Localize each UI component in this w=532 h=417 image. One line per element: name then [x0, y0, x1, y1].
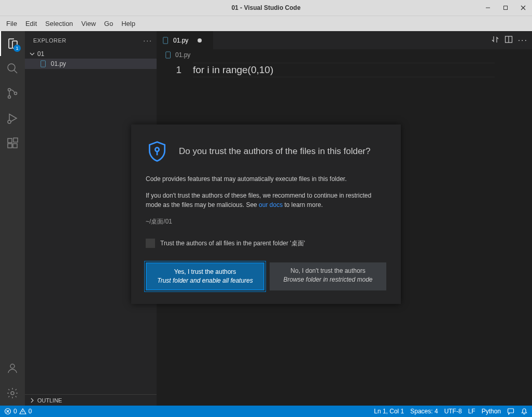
status-encoding[interactable]: UTF-8: [444, 408, 462, 415]
dialog-body: Code provides features that may automati…: [146, 174, 386, 290]
activity-extensions[interactable]: [0, 131, 25, 156]
menu-help[interactable]: Help: [117, 18, 139, 30]
svg-point-27: [155, 148, 159, 151]
dialog-p2: If you don't trust the authors of these …: [146, 191, 386, 210]
svg-rect-11: [8, 138, 12, 143]
python-file-icon: [39, 60, 48, 68]
dialog-title: Do you trust the authors of the files in…: [179, 146, 370, 157]
outline-label: OUTLINE: [37, 397, 62, 404]
checkbox-label: Trust the authors of all files in the pa…: [160, 239, 305, 248]
line-number: 1: [157, 63, 181, 77]
svg-point-8: [15, 92, 17, 95]
breadcrumb-file: 01.py: [175, 51, 190, 59]
tab-dirty-indicator: [198, 38, 202, 43]
sidebar-more-icon[interactable]: ···: [143, 36, 152, 45]
workspace-trust-dialog: Do you trust the authors of the files in…: [131, 124, 401, 304]
svg-point-7: [8, 96, 11, 99]
docs-link[interactable]: our docs: [259, 201, 283, 208]
errors-count: 0: [13, 408, 17, 415]
svg-point-6: [8, 89, 11, 91]
chevron-down-icon: [29, 51, 35, 57]
activity-account[interactable]: [0, 356, 25, 381]
menu-edit[interactable]: Edit: [21, 18, 41, 30]
sidebar-file-item[interactable]: 01.py: [25, 59, 157, 69]
svg-line-5: [14, 70, 17, 73]
dialog-checkbox-row: Trust the authors of all files in the pa…: [146, 239, 386, 248]
code-line: for i in range(0,10): [193, 63, 532, 77]
yes-main: Yes, I trust the authors: [174, 268, 236, 275]
svg-point-15: [10, 364, 15, 368]
breadcrumb[interactable]: 01.py: [157, 49, 532, 61]
sidebar-header: EXPLORER ···: [25, 31, 157, 49]
activity-search[interactable]: [0, 56, 25, 81]
compare-changes-icon[interactable]: [491, 35, 499, 46]
status-spaces[interactable]: Spaces: 4: [410, 408, 438, 415]
folder-name: 01: [37, 50, 44, 58]
trust-no-button[interactable]: No, I don't trust the authors Browse fol…: [270, 262, 386, 290]
sidebar-folder[interactable]: 01: [25, 49, 157, 59]
menu-file[interactable]: File: [2, 18, 21, 30]
svg-rect-1: [504, 6, 508, 10]
chevron-right-icon: [29, 397, 35, 404]
svg-rect-21: [166, 52, 171, 58]
status-errors[interactable]: 0 0: [4, 408, 32, 415]
shield-icon: [146, 140, 169, 163]
menu-selection[interactable]: Selection: [41, 18, 77, 30]
svg-rect-14: [13, 138, 18, 142]
trust-yes-button[interactable]: Yes, I trust the authors Trust folder an…: [146, 262, 264, 290]
python-file-icon: [165, 51, 172, 59]
svg-rect-13: [13, 144, 17, 148]
window-controls: [479, 0, 532, 16]
no-sub: Browse folder in restricted mode: [273, 275, 383, 284]
activity-settings[interactable]: [0, 381, 25, 406]
no-main: No, I don't trust the authors: [290, 267, 365, 274]
activity-bar: 1: [0, 31, 25, 406]
window-title: 01 - Visual Studio Code: [231, 4, 300, 11]
dialog-p1: Code provides features that may automati…: [146, 174, 386, 184]
svg-point-4: [8, 64, 15, 71]
menu-go[interactable]: Go: [100, 18, 117, 30]
activity-explorer[interactable]: 1: [0, 31, 25, 56]
tab-name: 01.py: [173, 37, 188, 44]
status-eol[interactable]: LF: [468, 408, 475, 415]
dialog-buttons: Yes, I trust the authors Trust folder an…: [146, 262, 386, 290]
trust-parent-checkbox[interactable]: [146, 239, 155, 248]
sidebar-title: EXPLORER: [33, 37, 66, 44]
dialog-path: ~/桌面/01: [146, 217, 386, 226]
svg-point-16: [11, 392, 14, 395]
svg-rect-26: [508, 409, 514, 413]
split-editor-icon[interactable]: [505, 35, 513, 46]
python-file-icon: [162, 36, 170, 45]
menubar: File Edit Selection View Go Help: [0, 16, 532, 31]
yes-sub: Trust folder and enable all features: [150, 276, 260, 285]
file-name: 01.py: [51, 60, 66, 67]
svg-rect-17: [41, 61, 46, 67]
status-bell-icon[interactable]: [521, 408, 528, 415]
titlebar: 01 - Visual Studio Code: [0, 0, 532, 16]
menu-view[interactable]: View: [77, 18, 100, 30]
explorer-badge: 1: [13, 45, 21, 52]
maximize-button[interactable]: [497, 0, 514, 16]
close-button[interactable]: [514, 0, 532, 16]
svg-point-10: [8, 120, 11, 123]
activity-run-debug[interactable]: [0, 106, 25, 131]
svg-rect-12: [8, 144, 12, 148]
more-actions-icon[interactable]: ···: [518, 36, 528, 45]
svg-rect-18: [163, 37, 168, 43]
status-feedback-icon[interactable]: [507, 408, 514, 415]
warnings-count: 0: [29, 408, 32, 415]
editor-tabs: 01.py ···: [157, 31, 532, 49]
status-ln-col[interactable]: Ln 1, Col 1: [374, 408, 404, 415]
sidebar-outline[interactable]: OUTLINE: [25, 394, 157, 406]
status-language[interactable]: Python: [482, 408, 501, 415]
activity-source-control[interactable]: [0, 81, 25, 106]
editor-actions: ···: [487, 31, 532, 49]
minimize-button[interactable]: [479, 0, 497, 16]
status-bar: 0 0 Ln 1, Col 1 Spaces: 4 UTF-8 LF Pytho…: [0, 406, 532, 417]
tab-01py[interactable]: 01.py: [157, 31, 214, 49]
